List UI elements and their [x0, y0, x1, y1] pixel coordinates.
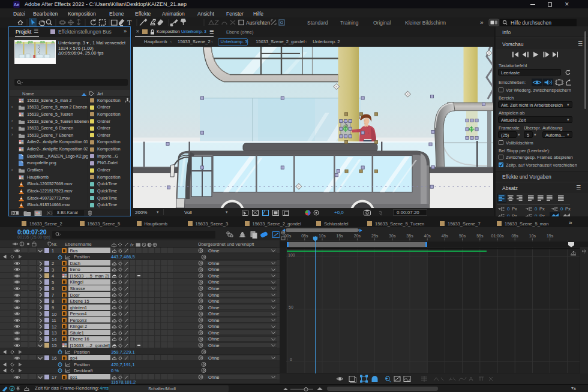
- svg-text:15s: 15s: [547, 234, 554, 238]
- svg-text:Kleiner Bildschirm: Kleiner Bildschirm: [405, 20, 446, 26]
- svg-text:20s: 20s: [354, 234, 361, 238]
- svg-text:50s: 50s: [459, 234, 466, 238]
- svg-text:05s: 05s: [512, 234, 519, 238]
- svg-text:55s: 55s: [476, 234, 484, 238]
- svg-text:05s: 05s: [301, 234, 308, 238]
- svg-text:Training: Training: [340, 20, 359, 26]
- svg-text:»: »: [480, 19, 484, 26]
- svg-text:10s: 10s: [529, 234, 536, 238]
- svg-text:10s: 10s: [319, 234, 326, 238]
- svg-text:45s: 45s: [442, 234, 449, 238]
- svg-text:Ausrichten: Ausrichten: [246, 20, 270, 26]
- svg-text:Hilfe durchsuchen: Hilfe durchsuchen: [511, 20, 551, 26]
- svg-text:01:00s: 01:00s: [491, 234, 504, 238]
- svg-text:25s: 25s: [371, 234, 379, 238]
- svg-text:fx: fx: [130, 242, 134, 248]
- svg-text:15s: 15s: [337, 234, 344, 238]
- svg-text:35s: 35s: [406, 234, 413, 238]
- svg-text:30s: 30s: [389, 234, 396, 238]
- svg-text:Original: Original: [373, 20, 391, 26]
- svg-text:Standard: Standard: [307, 20, 328, 26]
- svg-text:40s: 40s: [424, 234, 431, 238]
- svg-text:T: T: [127, 19, 132, 27]
